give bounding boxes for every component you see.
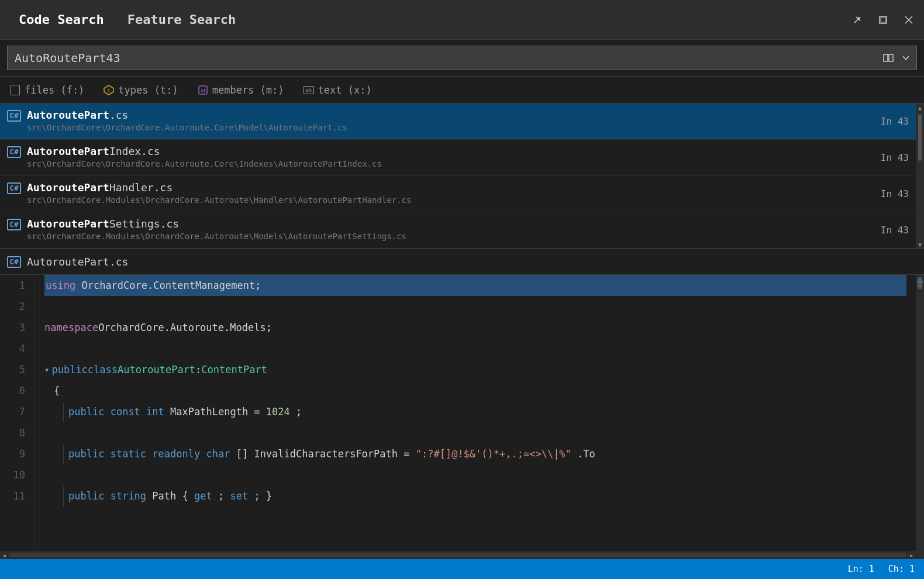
filter-tab-text-label: text (x:) bbox=[318, 84, 372, 96]
status-ln: Ln: 1 bbox=[848, 564, 874, 574]
code-line-2 bbox=[44, 296, 906, 317]
text-icon: ab bbox=[303, 84, 315, 96]
line-num: 9 bbox=[9, 443, 25, 464]
title-bar-actions bbox=[849, 12, 917, 28]
result-content: AutoroutePartIndex.cs src\OrchardCore\Or… bbox=[27, 144, 874, 168]
search-input-wrapper bbox=[7, 46, 917, 70]
code-viewer-filename: AutoroutePart.cs bbox=[27, 256, 128, 268]
result-count: In 43 bbox=[881, 188, 909, 199]
scroll-down-arrow[interactable]: ▼ bbox=[918, 240, 922, 249]
collapse-arrow[interactable]: ▾ bbox=[44, 359, 49, 380]
results-list: C# AutoroutePart.cs src\OrchardCore\Orch… bbox=[0, 104, 916, 249]
result-path: src\OrchardCore.Modules\OrchardCore.Auto… bbox=[27, 195, 874, 205]
svg-rect-5 bbox=[881, 18, 885, 22]
code-line-8 bbox=[44, 422, 906, 443]
status-ch: Ch: 1 bbox=[888, 564, 915, 574]
search-bar-container bbox=[0, 40, 924, 77]
result-item[interactable]: C# AutoroutePart.cs src\OrchardCore\Orch… bbox=[0, 104, 916, 140]
filter-tab-types-label: types (t:) bbox=[118, 84, 178, 96]
filter-tab-text[interactable]: ab text (x:) bbox=[301, 83, 374, 97]
status-bar-info: Ln: 1 Ch: 1 bbox=[848, 564, 915, 574]
result-item[interactable]: C# AutoroutePartIndex.cs src\OrchardCore… bbox=[0, 140, 916, 176]
line-num: 5 bbox=[9, 359, 25, 380]
filter-tab-types[interactable]: T types (t:) bbox=[101, 83, 180, 97]
scroll-left-button[interactable]: ◄ bbox=[0, 551, 8, 559]
search-dropdown-button[interactable] bbox=[898, 50, 914, 66]
line-num: 8 bbox=[9, 422, 25, 443]
code-lines: using OrchardCore.ContentManagement; nam… bbox=[35, 275, 916, 579]
result-item[interactable]: C# AutoroutePartSettings.cs src\OrchardC… bbox=[0, 212, 916, 249]
code-right-scrollbar[interactable]: ▲ ▼ bbox=[916, 275, 924, 579]
code-lang-badge: C# bbox=[7, 256, 21, 268]
search-input[interactable] bbox=[8, 46, 880, 70]
title-bar: Code Search Feature Search bbox=[0, 0, 924, 40]
code-section: 1 2 3 4 5 6 7 8 9 10 11 using bbox=[0, 275, 924, 579]
result-count: In 43 bbox=[881, 225, 909, 236]
result-count: In 43 bbox=[881, 152, 909, 163]
result-filename: AutoroutePartSettings.cs bbox=[27, 217, 874, 230]
results-scrollbar[interactable]: ▲ ▼ bbox=[916, 104, 924, 249]
line-numbers: 1 2 3 4 5 6 7 8 9 10 11 bbox=[0, 275, 35, 579]
line-num: 4 bbox=[9, 338, 25, 359]
scroll-up-arrow[interactable]: ▲ bbox=[918, 104, 922, 112]
code-scrollbar-thumb[interactable] bbox=[918, 277, 922, 289]
results-section: C# AutoroutePart.cs src\OrchardCore\Orch… bbox=[0, 104, 924, 249]
tab-feature-search[interactable]: Feature Search bbox=[116, 8, 247, 32]
scrollbar-thumb[interactable] bbox=[918, 114, 922, 161]
result-filename: AutoroutePartHandler.cs bbox=[27, 181, 874, 194]
csharp-icon: C# bbox=[7, 182, 21, 194]
types-icon: T bbox=[103, 84, 115, 96]
code-line-9: public static readonly char [] InvalidCh… bbox=[44, 443, 906, 464]
search-input-actions bbox=[880, 50, 916, 66]
csharp-icon: C# bbox=[7, 146, 21, 158]
result-path: src\OrchardCore\OrchardCore.Autoroute.Co… bbox=[27, 123, 874, 132]
filter-tab-files-label: files (f:) bbox=[25, 84, 84, 96]
line-num: 3 bbox=[9, 317, 25, 338]
filter-tab-members-label: members (m:) bbox=[212, 84, 284, 96]
svg-line-3 bbox=[858, 18, 860, 19]
csharp-icon: C# bbox=[7, 109, 21, 122]
result-content: AutoroutePart.cs src\OrchardCore\Orchard… bbox=[27, 108, 874, 132]
file-icon bbox=[9, 84, 21, 96]
svg-text:T: T bbox=[108, 88, 111, 94]
window-button[interactable] bbox=[875, 12, 891, 28]
code-line-4 bbox=[44, 338, 906, 359]
code-line-11: public string Path { get ; set ; } bbox=[44, 485, 906, 506]
csharp-icon: C# bbox=[7, 218, 21, 230]
result-path: src\OrchardCore.Modules\OrchardCore.Auto… bbox=[27, 232, 874, 241]
members-icon: M bbox=[197, 84, 209, 96]
search-layout-button[interactable] bbox=[880, 50, 897, 66]
code-line-3: namespace OrchardCore.Autoroute.Models; bbox=[44, 317, 906, 338]
result-content: AutoroutePartSettings.cs src\OrchardCore… bbox=[27, 217, 874, 241]
result-filename: AutoroutePartIndex.cs bbox=[27, 144, 874, 158]
line-num: 10 bbox=[9, 464, 25, 485]
svg-rect-9 bbox=[889, 54, 893, 61]
result-item[interactable]: C# AutoroutePartHandler.cs src\OrchardCo… bbox=[0, 176, 916, 212]
code-line-10 bbox=[44, 464, 906, 485]
horizontal-scrollbar[interactable]: ◄ ► bbox=[0, 551, 916, 559]
svg-line-2 bbox=[854, 21, 856, 23]
code-viewer-title: C# AutoroutePart.cs bbox=[7, 256, 128, 268]
line-num: 2 bbox=[9, 296, 25, 317]
scroll-right-button[interactable]: ► bbox=[908, 551, 916, 559]
line-num: 11 bbox=[9, 485, 25, 506]
line-num: 6 bbox=[9, 380, 25, 401]
filter-tab-files[interactable]: files (f:) bbox=[7, 83, 87, 97]
svg-rect-8 bbox=[884, 54, 888, 61]
code-viewer-header: C# AutoroutePart.cs bbox=[0, 249, 924, 275]
close-button[interactable] bbox=[901, 12, 917, 28]
pin-button[interactable] bbox=[849, 12, 866, 28]
line-num: 1 bbox=[9, 275, 25, 296]
tab-code-search[interactable]: Code Search bbox=[7, 8, 116, 32]
main-container: files (f:) T types (t:) M members (m:) bbox=[0, 40, 924, 579]
result-filename: AutoroutePart.cs bbox=[27, 108, 874, 122]
result-content: AutoroutePartHandler.cs src\OrchardCore.… bbox=[27, 181, 874, 205]
status-bar: Ln: 1 Ch: 1 bbox=[0, 559, 924, 579]
svg-text:M: M bbox=[201, 88, 205, 94]
filter-tab-members[interactable]: M members (m:) bbox=[195, 83, 287, 97]
code-content: 1 2 3 4 5 6 7 8 9 10 11 using bbox=[0, 275, 924, 579]
h-scrollbar-track bbox=[9, 553, 906, 557]
code-line-6: { bbox=[44, 380, 906, 401]
code-line-7: public const int MaxPathLength = 1024 ; bbox=[44, 401, 906, 422]
result-count: In 43 bbox=[881, 116, 909, 127]
